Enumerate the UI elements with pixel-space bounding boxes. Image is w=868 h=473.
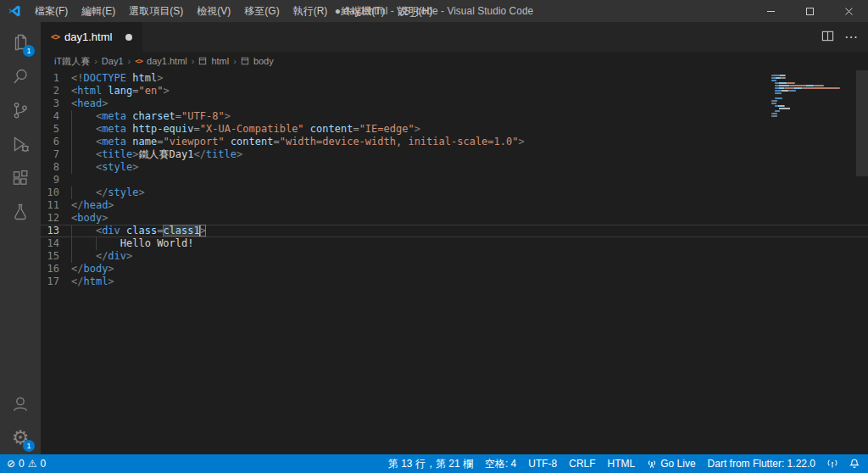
code-line-2[interactable]: 2<html lang="en"> bbox=[41, 85, 868, 97]
menu-help[interactable]: 說明(H) bbox=[392, 0, 440, 22]
menu-edit[interactable]: 編輯(E) bbox=[75, 0, 122, 22]
cursor-position[interactable]: 第 13 行，第 21 欄 bbox=[388, 457, 473, 471]
line-content: <meta http-equiv="X-UA-Compatible" conte… bbox=[71, 123, 868, 136]
status-bar: ⊘ 0 ⚠ 0 第 13 行，第 21 欄 空格: 4 UTF-8 CRLF H… bbox=[0, 454, 868, 473]
breadcrumb-file[interactable]: day1.html bbox=[147, 56, 187, 66]
line-number: 15 bbox=[41, 250, 71, 263]
activity-bar: 1 bbox=[0, 22, 41, 454]
menu-run[interactable]: 執行(R) bbox=[287, 0, 335, 22]
breadcrumb-symbol-body[interactable]: body bbox=[253, 56, 274, 66]
code-line-12[interactable]: 12<body> bbox=[41, 212, 868, 225]
line-content: </style> bbox=[71, 186, 868, 199]
code-line-17[interactable]: 17</html> bbox=[41, 275, 868, 288]
code-line-13[interactable]: 13 <div class=class1> bbox=[41, 225, 868, 237]
line-number: 8 bbox=[41, 161, 71, 174]
line-number: 11 bbox=[41, 199, 71, 212]
search-icon[interactable] bbox=[0, 59, 41, 93]
code-line-3[interactable]: 3<head> bbox=[41, 97, 868, 110]
dart-flutter-version[interactable]: Dart from Flutter: 1.22.0 bbox=[708, 458, 815, 470]
code-line-9[interactable]: 9 bbox=[41, 174, 868, 186]
symbol-tag-icon bbox=[241, 57, 249, 65]
settings-badge: 1 bbox=[23, 440, 35, 452]
radio-tower-icon[interactable] bbox=[827, 459, 837, 469]
code-line-5[interactable]: 5 <meta http-equiv="X-UA-Compatible" con… bbox=[41, 123, 868, 136]
modified-dot-icon[interactable] bbox=[125, 34, 132, 41]
line-number: 4 bbox=[41, 110, 71, 123]
explorer-icon[interactable]: 1 bbox=[0, 25, 41, 59]
line-number: 1 bbox=[41, 72, 71, 85]
tab-day1-html[interactable]: <> day1.html bbox=[41, 22, 142, 52]
editor-group: <> day1.html ⋯ iT鐵人賽 › Day1 › <> day1 bbox=[41, 22, 868, 454]
line-content: <body> bbox=[71, 212, 868, 225]
code-line-15[interactable]: 15 </div> bbox=[41, 250, 868, 263]
window-controls bbox=[751, 0, 868, 22]
vscode-window: 檔案(F) 編輯(E) 選取項目(S) 檢視(V) 移至(G) 執行(R) 終端… bbox=[0, 0, 868, 473]
breadcrumb-folder[interactable]: iT鐵人賽 bbox=[54, 55, 90, 68]
breadcrumb-subfolder[interactable]: Day1 bbox=[102, 56, 124, 66]
chevron-right-icon: › bbox=[94, 56, 97, 66]
code-line-14[interactable]: 14 Hello World! bbox=[41, 237, 868, 250]
code-lines: 1<!DOCTYPE html>2<html lang="en">3<head>… bbox=[41, 72, 868, 288]
menu-selection[interactable]: 選取項目(S) bbox=[122, 0, 190, 22]
menu-terminal[interactable]: 終端機(T) bbox=[334, 0, 391, 22]
line-number: 7 bbox=[41, 148, 71, 161]
extensions-icon[interactable] bbox=[0, 161, 41, 195]
line-content: <div class=class1> bbox=[71, 225, 868, 237]
account-icon[interactable] bbox=[0, 387, 41, 420]
line-content: </body> bbox=[71, 263, 868, 275]
source-control-icon[interactable] bbox=[0, 93, 41, 127]
line-number: 5 bbox=[41, 123, 71, 136]
eol-setting[interactable]: CRLF bbox=[569, 458, 595, 470]
breadcrumb-symbol-html[interactable]: html bbox=[211, 56, 229, 66]
encoding-setting[interactable]: UTF-8 bbox=[528, 458, 557, 470]
bell-icon[interactable] bbox=[849, 459, 860, 469]
code-line-4[interactable]: 4 <meta charset="UTF-8"> bbox=[41, 110, 868, 123]
vertical-scrollbar[interactable] bbox=[856, 70, 868, 454]
symbol-tag-icon bbox=[198, 57, 207, 65]
minimap[interactable] bbox=[771, 75, 856, 118]
code-line-16[interactable]: 16</body> bbox=[41, 263, 868, 275]
code-line-8[interactable]: 8 <style> bbox=[41, 161, 868, 174]
close-button[interactable] bbox=[829, 0, 868, 22]
html-file-icon: <> bbox=[51, 32, 59, 42]
code-line-6[interactable]: 6 <meta name="viewport" content="width=d… bbox=[41, 136, 868, 148]
code-line-11[interactable]: 11</head> bbox=[41, 199, 868, 212]
scrollbar-slider[interactable] bbox=[856, 70, 868, 176]
line-number: 14 bbox=[41, 237, 71, 250]
line-number: 17 bbox=[41, 275, 71, 288]
line-content bbox=[71, 174, 868, 186]
menubar: 檔案(F) 編輯(E) 選取項目(S) 檢視(V) 移至(G) 執行(R) 終端… bbox=[28, 0, 439, 22]
problems-indicator[interactable]: ⊘ 0 ⚠ 0 bbox=[7, 458, 46, 470]
run-debug-icon[interactable] bbox=[0, 127, 41, 161]
error-icon: ⊘ bbox=[7, 459, 15, 469]
more-actions-icon[interactable]: ⋯ bbox=[844, 31, 858, 44]
line-content: </html> bbox=[71, 275, 868, 288]
line-number: 10 bbox=[41, 186, 71, 199]
broadcast-icon bbox=[647, 459, 657, 469]
indentation-setting[interactable]: 空格: 4 bbox=[485, 457, 516, 471]
line-number: 3 bbox=[41, 97, 71, 110]
settings-gear-icon[interactable]: ⚙ 1 bbox=[0, 420, 41, 454]
go-live-button[interactable]: Go Live bbox=[647, 458, 695, 470]
test-beaker-icon[interactable] bbox=[0, 195, 41, 229]
menu-view[interactable]: 檢視(V) bbox=[190, 0, 237, 22]
language-mode[interactable]: HTML bbox=[608, 458, 636, 470]
minimize-button[interactable] bbox=[751, 0, 790, 22]
menu-go[interactable]: 移至(G) bbox=[237, 0, 286, 22]
maximize-button[interactable] bbox=[790, 0, 829, 22]
line-content: <title>鐵人賽Day1</title> bbox=[71, 148, 868, 161]
split-editor-icon[interactable] bbox=[821, 30, 834, 45]
warning-count: 0 bbox=[41, 458, 47, 470]
line-content: </head> bbox=[71, 199, 868, 212]
code-line-7[interactable]: 7 <title>鐵人賽Day1</title> bbox=[41, 148, 868, 161]
menu-file[interactable]: 檔案(F) bbox=[28, 0, 75, 22]
tab-bar: <> day1.html ⋯ bbox=[41, 22, 868, 52]
code-line-10[interactable]: 10 </style> bbox=[41, 186, 868, 199]
line-number: 12 bbox=[41, 212, 71, 225]
code-line-1[interactable]: 1<!DOCTYPE html> bbox=[41, 72, 868, 85]
code-editor[interactable]: 1<!DOCTYPE html>2<html lang="en">3<head>… bbox=[41, 70, 868, 454]
titlebar: 檔案(F) 編輯(E) 選取項目(S) 檢視(V) 移至(G) 執行(R) 終端… bbox=[0, 0, 868, 22]
chevron-right-icon: › bbox=[128, 56, 131, 66]
chevron-right-icon: › bbox=[192, 56, 195, 66]
line-number: 13 bbox=[41, 225, 71, 237]
